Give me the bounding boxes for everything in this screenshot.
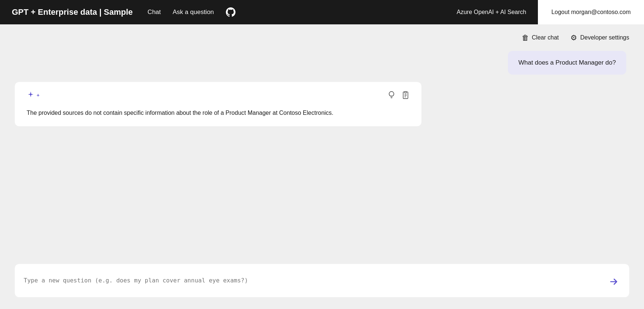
developer-settings-button[interactable]: ⚙ Developer settings [570,33,629,42]
ai-response-text: The provided sources do not contain spec… [27,108,410,118]
svg-rect-0 [404,92,407,93]
input-area [15,264,629,297]
app-header: GPT + Enterprise data | Sample Chat Ask … [0,0,644,24]
main-nav: Chat Ask a question [148,7,457,17]
developer-settings-label: Developer settings [580,34,629,41]
ai-response-card: The provided sources do not contain spec… [15,82,421,127]
input-container [15,264,629,297]
settings-icon: ⚙ [570,33,577,42]
clipboard-icon[interactable] [401,91,410,101]
github-icon[interactable] [226,7,235,17]
main-content: 🗑 Clear chat ⚙ Developer settings What d… [0,24,644,309]
ai-icon [27,91,41,99]
send-button[interactable] [607,275,620,288]
action-bar: 🗑 Clear chat ⚙ Developer settings [15,33,629,42]
header-right: Azure OpenAI + AI Search Logout morgan@c… [457,0,644,24]
ai-response-wrapper: The provided sources do not contain spec… [15,82,629,127]
user-message-wrapper: What does a Product Manager do? [15,51,629,75]
clear-chat-label: Clear chat [532,34,559,41]
user-message: What does a Product Manager do? [508,51,626,75]
ai-response-header [27,91,410,101]
nav-ask[interactable]: Ask a question [173,8,214,16]
chat-area: What does a Product Manager do? [15,51,629,255]
lightbulb-icon[interactable] [387,91,396,101]
logout-button[interactable]: Logout morgan@contoso.com [538,0,644,24]
chat-input[interactable] [24,276,603,285]
ai-actions [387,91,410,101]
nav-chat[interactable]: Chat [148,8,161,16]
sparkle-large-icon [27,91,35,99]
trash-icon: 🗑 [522,34,529,42]
app-title: GPT + Enterprise data | Sample [12,7,133,17]
sparkle-small-icon [35,93,41,98]
clear-chat-button[interactable]: 🗑 Clear chat [522,34,559,42]
azure-label: Azure OpenAI + AI Search [457,9,526,16]
